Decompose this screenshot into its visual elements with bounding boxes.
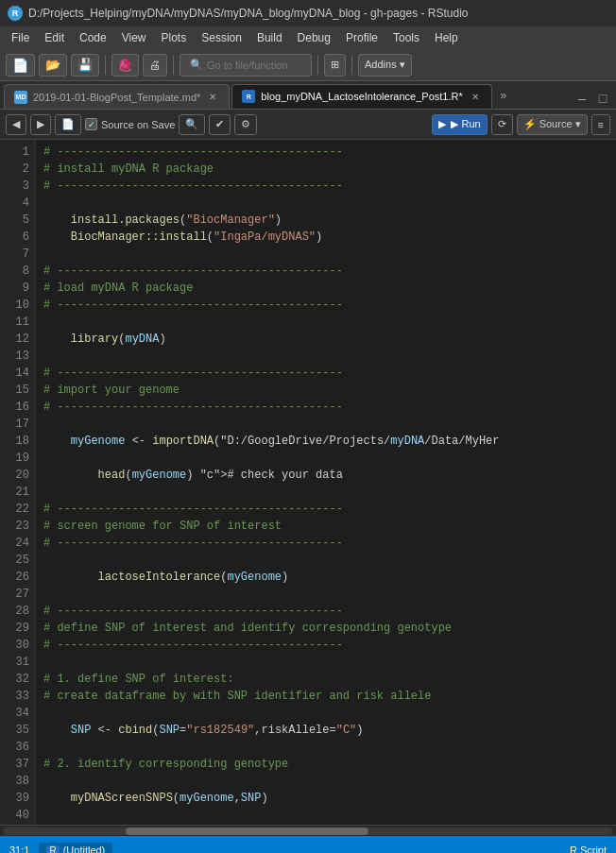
grid-icon: ⊞ — [331, 59, 339, 71]
line-number-36: 36 — [0, 739, 29, 756]
code-tools-button[interactable]: ⚙ — [234, 114, 257, 135]
editor-toolbar: ◀ ▶ 📄 ✓ Source on Save 🔍 ✔ ⚙ ▶ ▶ Run ⟳ ⚡… — [0, 110, 616, 140]
search-button[interactable]: 🔍 — [179, 114, 205, 135]
menu-session[interactable]: Session — [194, 26, 249, 49]
code-line: # import your genome — [43, 382, 608, 399]
knit-icon: 🧶 — [118, 59, 132, 72]
source-on-save-label[interactable]: ✓ Source on Save — [85, 118, 175, 130]
new-file-button[interactable]: 📄 — [6, 54, 35, 77]
source-button[interactable]: ⚡ Source ▾ — [517, 114, 588, 135]
spellcheck-button[interactable]: ✔ — [209, 114, 231, 135]
settings-button[interactable]: ⊞ — [324, 54, 346, 77]
code-line — [43, 348, 608, 365]
code-line: # --------------------------------------… — [43, 535, 608, 552]
line-number-26: 26 — [0, 569, 29, 586]
line-number-10: 10 — [0, 297, 29, 314]
tab-r-file[interactable]: R blog_myDNA_LactoseIntolerance_Post1.R*… — [231, 84, 491, 109]
app-logo: R — [8, 6, 23, 21]
open-file-button[interactable]: 📂 — [39, 54, 67, 77]
menu-build[interactable]: Build — [249, 26, 290, 49]
tab-md-close[interactable]: ✕ — [206, 91, 219, 104]
menu-debug[interactable]: Debug — [290, 26, 338, 49]
line-number-25: 25 — [0, 552, 29, 569]
menu-file[interactable]: File — [4, 26, 37, 49]
line-number-13: 13 — [0, 348, 29, 365]
line-number-2: 2 — [0, 161, 29, 178]
code-line — [43, 807, 608, 824]
code-editor[interactable]: # --------------------------------------… — [36, 140, 616, 825]
print-icon: 🖨 — [149, 59, 161, 72]
line-number-3: 3 — [0, 178, 29, 195]
menu-tools[interactable]: Tools — [385, 26, 427, 49]
line-number-23: 23 — [0, 518, 29, 535]
tab-bar-actions: — □ — [571, 90, 612, 109]
print-button[interactable]: 🖨 — [143, 54, 167, 77]
code-line: # --------------------------------------… — [43, 637, 608, 654]
menu-plots[interactable]: Plots — [154, 26, 195, 49]
scroll-track[interactable] — [4, 827, 612, 835]
code-line — [43, 246, 608, 263]
code-line — [43, 586, 608, 603]
tab-md-label: 2019-01-01-BlogPost_Template.md* — [33, 92, 200, 103]
code-line — [43, 314, 608, 331]
scroll-thumb[interactable] — [126, 827, 369, 835]
code-line — [43, 705, 608, 722]
search-icon: 🔍 — [190, 59, 203, 71]
re-run-button[interactable]: ⟳ — [491, 114, 513, 135]
code-line: myDNAScreenSNPS(myGenome,SNP) — [43, 790, 608, 807]
line-number-17: 17 — [0, 416, 29, 433]
menu-code[interactable]: Code — [72, 26, 114, 49]
tab-overflow-button[interactable]: » — [494, 84, 513, 109]
tab-md-file[interactable]: MD 2019-01-01-BlogPost_Template.md* ✕ — [4, 84, 230, 109]
md-icon: MD — [14, 91, 27, 104]
code-line: install.packages("BiocManager") — [43, 212, 608, 229]
code-line: # 2. identify corresponding genotype — [43, 756, 608, 773]
line-number-28: 28 — [0, 603, 29, 620]
forward-button[interactable]: ▶ — [30, 114, 51, 135]
menu-help[interactable]: Help — [427, 26, 466, 49]
source-on-save-checkbox[interactable]: ✓ — [85, 118, 97, 130]
code-line — [43, 739, 608, 756]
horizontal-scrollbar[interactable] — [0, 825, 616, 836]
line-number-21: 21 — [0, 484, 29, 501]
main-toolbar: 📄 📂 💾 🧶 🖨 🔍 Go to file/function ⊞ Addins… — [0, 49, 616, 81]
code-line: # install myDNA R package — [43, 161, 608, 178]
line-number-39: 39 — [0, 790, 29, 807]
line-number-5: 5 — [0, 212, 29, 229]
code-line: # define SNP of interest and identify co… — [43, 620, 608, 637]
line-number-14: 14 — [0, 365, 29, 382]
go-to-file-input[interactable]: 🔍 Go to file/function — [180, 54, 312, 77]
code-line: myGenome <- importDNA("D:/GoogleDrive/Pr… — [43, 433, 608, 450]
code-line: BiocManager::install("IngaPa/myDNAS") — [43, 229, 608, 246]
maximize-editor-button[interactable]: □ — [593, 90, 612, 109]
knit-button[interactable]: 🧶 — [111, 54, 139, 77]
line-number-16: 16 — [0, 399, 29, 416]
code-line — [43, 824, 608, 825]
line-number-6: 6 — [0, 229, 29, 246]
menu-view[interactable]: View — [114, 26, 154, 49]
save-icon: 💾 — [77, 58, 93, 72]
line-number-41: 41 — [0, 824, 29, 825]
code-line — [43, 552, 608, 569]
menu-edit[interactable]: Edit — [37, 26, 72, 49]
menu-profile[interactable]: Profile — [338, 26, 385, 49]
code-line — [43, 654, 608, 671]
line-number-27: 27 — [0, 586, 29, 603]
addins-button[interactable]: Addins ▾ — [358, 54, 412, 77]
code-line: # --------------------------------------… — [43, 263, 608, 280]
back-button[interactable]: ◀ — [6, 114, 26, 135]
code-line: # load myDNA R package — [43, 280, 608, 297]
show-file-button[interactable]: 📄 — [55, 114, 81, 135]
code-line: # create dataframe by with SNP identifie… — [43, 688, 608, 705]
run-button[interactable]: ▶ ▶ Run — [432, 114, 487, 135]
line-number-8: 8 — [0, 263, 29, 280]
title-bar: R D:/Projects_Helping/myDNA/myDNAS/myDNA… — [0, 0, 616, 26]
tab-r-close[interactable]: ✕ — [469, 90, 482, 103]
run-icon: ▶ — [438, 118, 446, 130]
window-title: D:/Projects_Helping/myDNA/myDNAS/myDNA_b… — [28, 7, 469, 20]
code-line — [43, 484, 608, 501]
status-bar: 31:1 R (Untitled) R Script — [0, 836, 616, 853]
save-button[interactable]: 💾 — [71, 54, 99, 77]
minimize-editor-button[interactable]: — — [573, 90, 591, 109]
collapse-button[interactable]: ≡ — [591, 114, 610, 135]
